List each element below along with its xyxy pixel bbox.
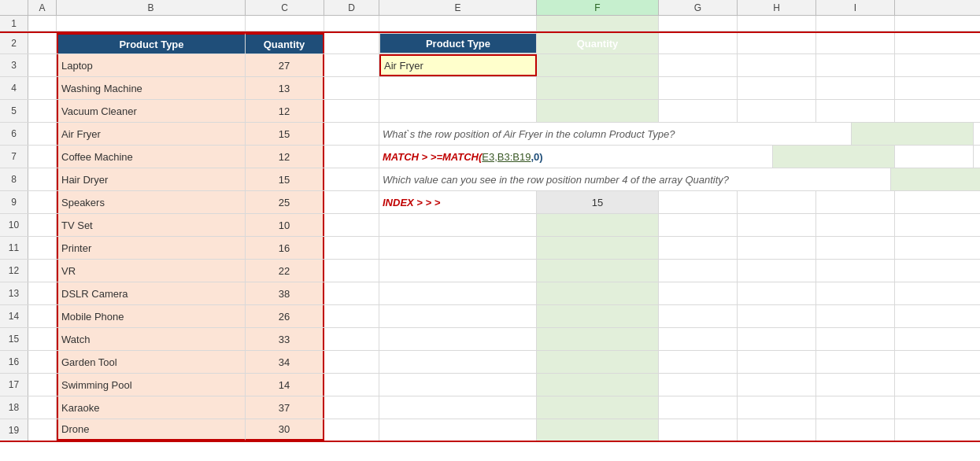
cell-f11[interactable] xyxy=(537,237,659,259)
cell-g7[interactable] xyxy=(895,146,974,168)
col-header-g[interactable]: G xyxy=(659,0,738,15)
cell-c1[interactable] xyxy=(246,16,324,31)
cell-b10[interactable]: TV Set xyxy=(57,214,246,236)
cell-f5[interactable] xyxy=(537,100,659,122)
cell-c12[interactable]: 22 xyxy=(246,260,324,282)
cell-b8[interactable]: Hair Dryer xyxy=(57,168,246,190)
cell-g12[interactable] xyxy=(659,260,738,282)
cell-h1[interactable] xyxy=(738,16,816,31)
cell-h2[interactable] xyxy=(738,33,816,53)
cell-d7[interactable] xyxy=(324,146,379,168)
cell-b18[interactable]: Karaoke xyxy=(57,396,246,419)
cell-a9[interactable] xyxy=(28,191,57,213)
cell-a6[interactable] xyxy=(28,123,57,145)
cell-a5[interactable] xyxy=(28,100,57,122)
cell-g18[interactable] xyxy=(659,396,738,419)
cell-c6[interactable]: 15 xyxy=(246,123,324,145)
cell-c18[interactable]: 37 xyxy=(246,396,324,419)
cell-h4[interactable] xyxy=(738,77,816,99)
cell-c13[interactable]: 38 xyxy=(246,282,324,304)
cell-g16[interactable] xyxy=(659,351,738,373)
cell-b12[interactable]: VR xyxy=(57,260,246,282)
cell-e16[interactable] xyxy=(379,351,537,373)
cell-g6[interactable] xyxy=(974,123,980,145)
cell-d9[interactable] xyxy=(324,191,379,213)
cell-g2[interactable] xyxy=(659,33,738,53)
cell-d11[interactable] xyxy=(324,237,379,259)
col-header-e[interactable]: E xyxy=(379,0,537,15)
cell-b6[interactable]: Air Fryer xyxy=(57,123,246,145)
cell-g14[interactable] xyxy=(659,305,738,327)
col-header-c[interactable]: C xyxy=(246,0,324,15)
cell-f3[interactable] xyxy=(537,54,659,76)
cell-d5[interactable] xyxy=(324,100,379,122)
cell-i9[interactable] xyxy=(816,191,895,213)
cell-a2[interactable] xyxy=(28,33,57,53)
cell-d14[interactable] xyxy=(324,305,379,327)
cell-a16[interactable] xyxy=(28,351,57,373)
cell-d10[interactable] xyxy=(324,214,379,236)
cell-a13[interactable] xyxy=(28,282,57,304)
cell-a4[interactable] xyxy=(28,77,57,99)
cell-h15[interactable] xyxy=(738,328,816,350)
cell-i5[interactable] xyxy=(816,100,895,122)
cell-b1[interactable] xyxy=(57,16,246,31)
cell-b15[interactable]: Watch xyxy=(57,328,246,350)
cell-d8[interactable] xyxy=(324,168,379,190)
cell-f12[interactable] xyxy=(537,260,659,282)
cell-e2-header[interactable]: Product Type xyxy=(379,33,537,53)
cell-c16[interactable]: 34 xyxy=(246,351,324,373)
cell-h16[interactable] xyxy=(738,351,816,373)
cell-c15[interactable]: 33 xyxy=(246,328,324,350)
cell-c7[interactable]: 12 xyxy=(246,146,324,168)
cell-d6[interactable] xyxy=(324,123,379,145)
cell-b13[interactable]: DSLR Camera xyxy=(57,282,246,304)
cell-g10[interactable] xyxy=(659,214,738,236)
cell-a1[interactable] xyxy=(28,16,57,31)
cell-f9-result[interactable]: 15 xyxy=(537,191,659,213)
cell-i18[interactable] xyxy=(816,396,895,419)
cell-b19[interactable]: Drone xyxy=(57,419,246,441)
cell-e1[interactable] xyxy=(379,16,537,31)
cell-c14[interactable]: 26 xyxy=(246,305,324,327)
cell-d2[interactable] xyxy=(324,33,379,53)
cell-e18[interactable] xyxy=(379,396,537,419)
cell-c8[interactable]: 15 xyxy=(246,168,324,190)
cell-a19[interactable] xyxy=(28,419,57,441)
cell-a14[interactable] xyxy=(28,305,57,327)
cell-e12[interactable] xyxy=(379,260,537,282)
cell-e11[interactable] xyxy=(379,237,537,259)
cell-c4[interactable]: 13 xyxy=(246,77,324,99)
cell-d19[interactable] xyxy=(324,419,379,441)
cell-e7-formula[interactable]: MATCH > >=MATCH(E3,B3:B19,0) xyxy=(379,146,773,168)
col-header-d[interactable]: D xyxy=(324,0,379,15)
cell-e17[interactable] xyxy=(379,374,537,396)
cell-h3[interactable] xyxy=(738,54,816,76)
cell-i3[interactable] xyxy=(816,54,895,76)
cell-d3[interactable] xyxy=(324,54,379,76)
cell-i11[interactable] xyxy=(816,237,895,259)
cell-i16[interactable] xyxy=(816,351,895,373)
cell-g9[interactable] xyxy=(659,191,738,213)
cell-e13[interactable] xyxy=(379,282,537,304)
cell-c11[interactable]: 16 xyxy=(246,237,324,259)
cell-h10[interactable] xyxy=(738,214,816,236)
cell-c17[interactable]: 14 xyxy=(246,374,324,396)
cell-h17[interactable] xyxy=(738,374,816,396)
cell-f4[interactable] xyxy=(537,77,659,99)
cell-a12[interactable] xyxy=(28,260,57,282)
cell-d16[interactable] xyxy=(324,351,379,373)
cell-h11[interactable] xyxy=(738,237,816,259)
cell-b16[interactable]: Garden Tool xyxy=(57,351,246,373)
cell-h13[interactable] xyxy=(738,282,816,304)
cell-e3[interactable]: Air Fryer xyxy=(379,54,537,76)
col-header-h[interactable]: H xyxy=(738,0,816,15)
cell-f17[interactable] xyxy=(537,374,659,396)
cell-f8[interactable] xyxy=(891,168,980,190)
cell-f16[interactable] xyxy=(537,351,659,373)
cell-d13[interactable] xyxy=(324,282,379,304)
cell-f2-header[interactable]: Quantity xyxy=(537,33,659,53)
cell-b3[interactable]: Laptop xyxy=(57,54,246,76)
cell-e5[interactable] xyxy=(379,100,537,122)
cell-i4[interactable] xyxy=(816,77,895,99)
